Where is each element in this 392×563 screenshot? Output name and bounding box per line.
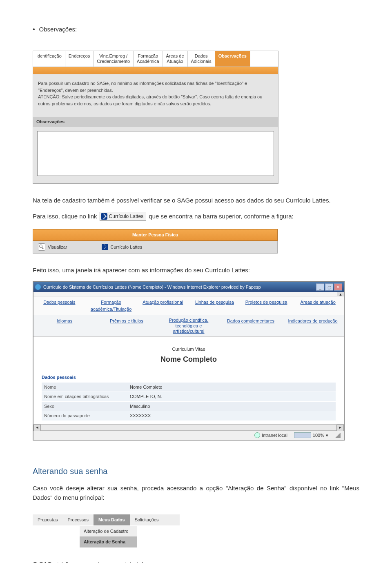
- curriculo-lattes-link-button[interactable]: Currículo Lattes: [100, 212, 147, 221]
- horizontal-scrollbar[interactable]: ◄ ►: [33, 424, 344, 430]
- form-info-text: Para possuir um cadastro no SAGe, no mín…: [33, 74, 278, 113]
- resize-grip-icon[interactable]: [335, 432, 341, 438]
- para2-pre: Para isso, clique no link: [33, 212, 97, 221]
- paragraph-3: Feito isso, uma janela irá aparecer com …: [33, 266, 359, 275]
- lattes-nav-row-1: Dados pessoais Formação acadêmica/Titula…: [33, 296, 344, 315]
- visualizar-label: Visualizar: [48, 244, 67, 251]
- scroll-up-icon[interactable]: ▲: [337, 292, 344, 296]
- info-line-2: ATENÇÃO: Salve periodicamente os dados d…: [38, 93, 273, 107]
- window-titlebar: Currículo do Sistema de Currículos Latte…: [33, 282, 344, 292]
- nav-complementares[interactable]: Dados complementares: [220, 315, 282, 336]
- observacoes-textarea[interactable]: [37, 131, 274, 176]
- tab-dados-adicionais[interactable]: Dados Adicionais: [188, 51, 215, 67]
- close-button[interactable]: ×: [334, 283, 342, 291]
- tabs-row: Identificação Endereços Vinc.Empreg / Cr…: [33, 51, 278, 67]
- nav-formacao[interactable]: Formação acadêmica/Titulação: [85, 296, 137, 315]
- orange-bar: [33, 67, 278, 74]
- tab-observacoes[interactable]: Observações: [215, 51, 250, 67]
- cv-row-passaporte: Número do passaporteXXXXXXX: [42, 411, 336, 421]
- dropdown-alteracao-senha[interactable]: Alteração de Senha: [80, 536, 137, 547]
- lattes-icon: [101, 213, 107, 220]
- security-zone: Intranet local: [254, 432, 287, 439]
- window-title-text: Currículo do Sistema de Currículos Latte…: [43, 284, 261, 291]
- nav-atuacao[interactable]: Atuação profissional: [137, 296, 189, 315]
- paragraph-4: Caso você deseje alterar sua senha, proc…: [33, 484, 359, 502]
- bullet-observacoes: • Observações:: [33, 24, 359, 34]
- nav-premios[interactable]: Prêmios e títulos: [96, 315, 158, 336]
- heading-alterando-senha: Alterando sua senha: [33, 465, 359, 477]
- bullet-label: Observações:: [39, 25, 77, 34]
- scroll-left-icon[interactable]: ◄: [33, 425, 41, 431]
- search-icon: [38, 243, 45, 251]
- bullet-dot: •: [33, 24, 35, 34]
- zoom-value: 100%: [313, 432, 324, 439]
- tab-identificacao[interactable]: Identificação: [33, 51, 65, 67]
- nav-areas[interactable]: Áreas de atuação: [292, 296, 344, 315]
- info-line-1: Para possuir um cadastro no SAGe, no mín…: [38, 80, 273, 93]
- screenshot-tabs-form: Identificação Endereços Vinc.Empreg / Cr…: [33, 51, 278, 184]
- screenshot-menu-dropdown: Propostas Processos Meus Dados Solicitaç…: [33, 514, 180, 547]
- lattes-label: Currículo Lattes: [109, 213, 144, 220]
- dropdown-meus-dados: Alteração de Cadastro Alteração de Senha: [80, 525, 137, 547]
- menu-processos[interactable]: Processos: [63, 514, 94, 525]
- nav-projetos[interactable]: Projetos de pesquisa: [241, 296, 292, 315]
- visualizar-link[interactable]: Visualizar: [33, 241, 72, 253]
- chevron-down-icon[interactable]: ▾: [326, 432, 328, 439]
- status-bar: Intranet local 100% ▾: [33, 430, 344, 440]
- paragraph-5: O SAGe irá lhe apresentar a seguinte tel…: [33, 560, 359, 563]
- cv-row-nome: NomeNome Completo: [42, 383, 336, 392]
- tab-formacao[interactable]: Formação Acadêmica: [134, 51, 163, 67]
- menu-solicitacoes[interactable]: Solicitações: [130, 514, 164, 525]
- cv-name: Nome Completo: [42, 354, 336, 365]
- ie-icon: [35, 284, 41, 290]
- globe-icon: [254, 432, 260, 438]
- screenshot-manter-pessoa: Manter Pessoa Física Visualizar Currícul…: [33, 229, 278, 254]
- nav-idiomas[interactable]: Idiomas: [33, 315, 96, 336]
- minimize-button[interactable]: _: [316, 283, 324, 291]
- lattes-label-2: Currículo Lattes: [111, 244, 143, 251]
- tab-enderecos[interactable]: Endereços: [65, 51, 94, 67]
- cv-title: Curriculum Vitae: [42, 346, 336, 353]
- screenshot-ie-lattes: Currículo do Sistema de Currículos Latte…: [33, 281, 345, 441]
- menu-propostas[interactable]: Propostas: [33, 514, 63, 525]
- cv-row-sexo: SexoMasculino: [42, 402, 336, 411]
- zoom-control[interactable]: 100% ▾: [294, 432, 328, 439]
- paragraph-1: Na tela de cadastro também é possível ve…: [33, 196, 359, 205]
- dropdown-alteracao-cadastro[interactable]: Alteração de Cadastro: [80, 526, 137, 537]
- nav-dados-pessoais[interactable]: Dados pessoais: [33, 296, 85, 315]
- zoom-slider[interactable]: [294, 432, 311, 438]
- lattes-icon: [102, 244, 108, 250]
- main-menu-bar: Propostas Processos Meus Dados Solicitaç…: [33, 514, 180, 525]
- tab-areas[interactable]: Áreas de Atuação: [163, 51, 188, 67]
- paragraph-2: Para isso, clique no link Currículo Latt…: [33, 212, 359, 221]
- tab-vinc-empreg[interactable]: Vinc.Empreg / Credenciamento: [94, 51, 134, 67]
- cv-section-dados-pessoais: Dados pessoais: [42, 374, 336, 381]
- nav-linhas[interactable]: Linhas de pesquisa: [189, 296, 241, 315]
- curriculo-lattes-link[interactable]: Currículo Lattes: [97, 241, 147, 253]
- scroll-right-icon[interactable]: ►: [336, 425, 344, 431]
- para2-post: que se encontra na barra superior, confo…: [149, 212, 293, 221]
- section-header-observacoes: Observações: [33, 117, 278, 127]
- nav-indicadores[interactable]: Indicadores de produção: [282, 315, 344, 336]
- maximize-button[interactable]: ▢: [325, 283, 333, 291]
- manter-pessoa-header: Manter Pessoa Física: [33, 229, 278, 241]
- lattes-nav-row-2: Idiomas Prêmios e títulos Produção cient…: [33, 315, 344, 337]
- menu-meus-dados[interactable]: Meus Dados: [94, 514, 130, 525]
- cv-row-citacoes: Nome em citações bibliográficasCOMPLETO,…: [42, 392, 336, 401]
- nav-producao[interactable]: Produção científica, tecnológica e artís…: [158, 315, 220, 336]
